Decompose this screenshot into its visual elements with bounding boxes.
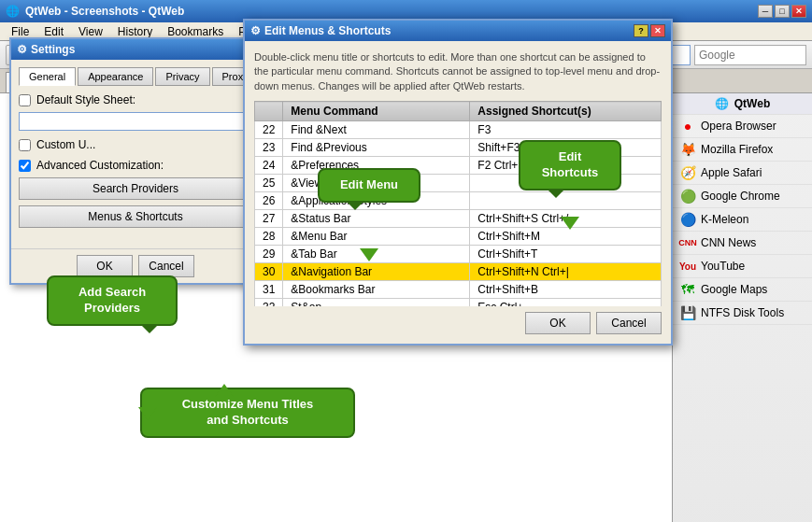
- sidebar-label-opera: Opera Browser: [701, 120, 776, 133]
- callout-edit-menu-text: Edit Menu: [340, 177, 398, 191]
- default-style-row: Default Style Sheet:: [19, 93, 252, 106]
- row-num: 30: [255, 263, 283, 281]
- sidebar-label-firefox: Mozilla Firefox: [701, 143, 773, 156]
- row-shortcut: Esc Ctrl+.: [470, 299, 662, 307]
- sidebar-item-maps[interactable]: 🗺 Google Maps: [673, 278, 812, 302]
- sidebar-icon-qtweb: 🌐: [715, 97, 729, 110]
- row-cmd: Find &Next: [283, 121, 470, 139]
- row-num: 24: [255, 157, 283, 175]
- settings-content: General Appearance Privacy Proxy Default…: [11, 60, 260, 248]
- settings-window: ⚙ Settings General Appearance Privacy Pr…: [9, 37, 262, 285]
- sidebar-item-youtube[interactable]: You YouTube: [673, 255, 812, 278]
- row-shortcut: F3: [470, 121, 662, 139]
- dialog-title-area: ⚙ Edit Menus & Shortcuts: [250, 24, 391, 37]
- settings-tabs: General Appearance Privacy Proxy: [19, 67, 252, 86]
- sidebar-item-cnn[interactable]: CNN CNN News: [673, 232, 812, 255]
- row-cmd: &Menu Bar: [283, 228, 470, 246]
- callout-customize-text: Customize Menu Titlesand Shortcuts: [182, 397, 314, 427]
- sidebar-label-ntfs: NTFS Disk Tools: [701, 306, 784, 319]
- sidebar-label-safari: Apple Safari: [701, 166, 762, 179]
- table-row[interactable]: 27 &Status Bar Ctrl+Shift+S Ctrl+/: [255, 210, 662, 228]
- dialog-info-text: Double-click menu title or shortcuts to …: [254, 50, 662, 93]
- dialog-close-button[interactable]: ✕: [650, 24, 665, 37]
- sidebar-label-chrome: Google Chrome: [701, 190, 780, 203]
- settings-section-style: Default Style Sheet:: [19, 93, 252, 131]
- sidebar-item-ntfs[interactable]: 💾 NTFS Disk Tools: [673, 302, 812, 325]
- col-header-cmd: Menu Command: [283, 102, 470, 121]
- sidebar-title: 🌐 QtWeb: [673, 93, 812, 115]
- menus-shortcuts-button[interactable]: Menus & Shortcuts: [19, 205, 252, 228]
- table-row[interactable]: 32 St&op Esc Ctrl+.: [255, 299, 662, 307]
- dialog-cancel-button[interactable]: Cancel: [596, 312, 662, 334]
- custom-ui-label: Custom U...: [36, 138, 95, 151]
- table-row[interactable]: 28 &Menu Bar Ctrl+Shift+M: [255, 228, 662, 246]
- table-row[interactable]: 22 Find &Next F3: [255, 121, 662, 139]
- advanced-customization-checkbox[interactable]: [19, 160, 31, 172]
- dialog-body: Double-click menu title or shortcuts to …: [245, 41, 671, 344]
- search-providers-button[interactable]: Search Providers: [19, 177, 252, 200]
- row-shortcut: Ctrl+Shift+T: [470, 246, 662, 263]
- row-num: 29: [255, 246, 283, 263]
- settings-tab-privacy[interactable]: Privacy: [155, 67, 209, 86]
- callout-add-search: Add SearchProviders: [47, 275, 178, 326]
- shortcuts-table: Menu Command Assigned Shortcut(s) 22 Fin…: [254, 101, 662, 306]
- close-button[interactable]: ✕: [791, 5, 806, 18]
- callout-edit-shortcuts-text: EditShortcuts: [542, 149, 599, 179]
- row-cmd: &Status Bar: [283, 210, 470, 228]
- search-input[interactable]: [699, 49, 812, 62]
- settings-tab-general[interactable]: General: [19, 67, 76, 86]
- settings-section-advanced: Advanced Customization: Search Providers…: [19, 159, 252, 233]
- default-style-label: Default Style Sheet:: [36, 93, 135, 106]
- custom-ui-checkbox[interactable]: [19, 139, 31, 151]
- sidebar-item-safari[interactable]: 🧭 Apple Safari: [673, 162, 812, 185]
- sidebar-item-chrome[interactable]: 🟢 Google Chrome: [673, 185, 812, 208]
- table-row[interactable]: 26 &Application Styles: [255, 192, 662, 210]
- settings-tab-appearance[interactable]: Appearance: [78, 67, 153, 86]
- sidebar-item-firefox[interactable]: 🦊 Mozilla Firefox: [673, 138, 812, 162]
- title-bar-left: 🌐 QtWeb - Screenshots - QtWeb: [6, 5, 184, 18]
- callout-edit-menu: Edit Menu: [318, 168, 420, 203]
- maximize-button[interactable]: □: [775, 5, 790, 18]
- sidebar-item-opera[interactable]: ● Opera Browser: [673, 115, 812, 138]
- sidebar: 🌐 QtWeb ● Opera Browser 🦊 Mozilla Firefo…: [672, 93, 812, 522]
- search-box: 🔍: [694, 45, 806, 65]
- row-num: 25: [255, 175, 283, 192]
- sidebar-label-cnn: CNN News: [701, 236, 756, 249]
- settings-icon: ⚙: [17, 43, 27, 56]
- settings-cancel-button[interactable]: Cancel: [138, 255, 194, 277]
- sidebar-label-kmeleon: K-Meleon: [701, 213, 748, 226]
- advanced-customization-label: Advanced Customization:: [36, 159, 164, 172]
- advanced-customization-row: Advanced Customization:: [19, 159, 252, 172]
- row-cmd: St&op: [283, 299, 470, 307]
- row-num: 22: [255, 121, 283, 139]
- settings-ok-button[interactable]: OK: [77, 255, 133, 277]
- row-num: 31: [255, 281, 283, 299]
- row-shortcut: Ctrl+Shift+B: [470, 281, 662, 299]
- firefox-icon: 🦊: [680, 142, 695, 157]
- app-title: QtWeb - Screenshots - QtWeb: [25, 5, 184, 18]
- custom-ui-row: Custom U...: [19, 138, 252, 151]
- default-style-checkbox[interactable]: [19, 94, 31, 106]
- row-num: 23: [255, 139, 283, 157]
- row-shortcut: Ctrl+Shift+M: [470, 228, 662, 246]
- dialog-footer: OK Cancel: [254, 306, 662, 334]
- settings-title: Settings: [31, 43, 75, 56]
- shortcuts-table-scroll[interactable]: Menu Command Assigned Shortcut(s) 22 Fin…: [254, 101, 662, 306]
- maps-icon: 🗺: [680, 282, 695, 297]
- ntfs-icon: 💾: [680, 305, 695, 320]
- row-cmd: &Bookmarks Bar: [283, 281, 470, 299]
- dialog-help-button[interactable]: ?: [634, 24, 648, 37]
- cnn-icon: CNN: [680, 235, 695, 250]
- table-row[interactable]: 29 &Tab Bar Ctrl+Shift+T: [255, 246, 662, 263]
- minimize-button[interactable]: ─: [758, 5, 773, 18]
- dialog-ok-button[interactable]: OK: [525, 312, 591, 334]
- table-row[interactable]: 30 &Navigation Bar Ctrl+Shift+N Ctrl+|: [255, 263, 662, 281]
- table-row[interactable]: 31 &Bookmarks Bar Ctrl+Shift+B: [255, 281, 662, 299]
- sidebar-label-youtube: YouTube: [701, 260, 745, 273]
- sidebar-item-kmeleon[interactable]: 🔵 K-Meleon: [673, 208, 812, 232]
- style-input[interactable]: [19, 112, 252, 131]
- col-header-num: [255, 102, 283, 121]
- row-shortcut: [470, 192, 662, 210]
- dialog-icon: ⚙: [250, 24, 261, 37]
- settings-title-area: ⚙ Settings: [17, 43, 75, 56]
